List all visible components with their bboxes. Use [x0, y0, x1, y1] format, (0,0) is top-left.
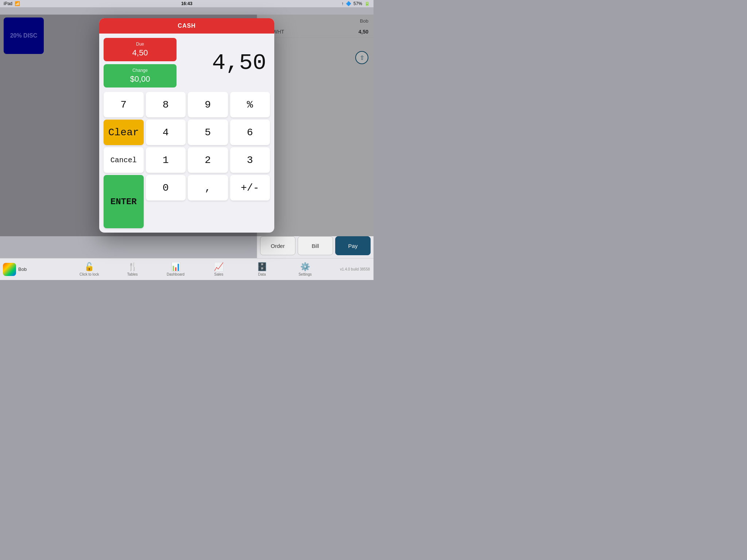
app-icon: [3, 263, 16, 276]
due-value: 4,50: [107, 48, 173, 58]
sales-label: Sales: [214, 272, 223, 276]
due-label: Due: [107, 42, 173, 47]
nav-item-dashboard[interactable]: 📊 Dashboard: [154, 262, 197, 276]
status-bar: iPad 📶 16:43 ↑ 🔷 57% 🔋: [0, 0, 374, 7]
key-cancel[interactable]: Cancel: [104, 147, 144, 173]
key-clear[interactable]: Clear: [104, 120, 144, 145]
key-percent[interactable]: %: [230, 92, 270, 117]
cash-modal: CASH Due 4,50 Change $0,00 4,50: [99, 18, 274, 233]
change-label: Change: [107, 68, 173, 73]
key-9[interactable]: 9: [188, 92, 228, 117]
lock-label: Click to lock: [80, 272, 99, 276]
bill-button[interactable]: Bill: [298, 236, 333, 255]
device-label: iPad: [4, 1, 12, 6]
amount-display: 4,50: [212, 50, 266, 76]
battery-label: 57%: [353, 1, 362, 6]
wifi-icon: 📶: [15, 1, 20, 6]
main-area: 20% DISC $4,50 $0,41 Bob LAT WHT 4,50 ⇧ …: [0, 7, 374, 258]
nav-item-data[interactable]: 🗄️ Data: [240, 262, 283, 276]
nav-app: Bob: [0, 263, 68, 276]
modal-right: 4,50: [180, 38, 270, 88]
bluetooth-icon: 🔷: [346, 1, 351, 6]
key-7[interactable]: 7: [104, 92, 144, 117]
settings-label: Settings: [298, 272, 311, 276]
modal-left: Due 4,50 Change $0,00: [104, 38, 177, 88]
keypad: 7 8 9 % Clear 4 5 6 Cancel 1 2 3 ENTER 0…: [99, 92, 274, 233]
due-box: Due 4,50: [104, 38, 177, 61]
tables-label: Tables: [127, 272, 138, 276]
key-4[interactable]: 4: [146, 120, 186, 145]
key-5[interactable]: 5: [188, 120, 228, 145]
status-right: ↑ 🔷 57% 🔋: [341, 1, 370, 6]
key-enter[interactable]: ENTER: [104, 175, 144, 228]
key-2[interactable]: 2: [188, 147, 228, 173]
key-6[interactable]: 6: [230, 120, 270, 145]
change-box: Change $0,00: [104, 64, 177, 88]
status-left: iPad 📶: [4, 1, 20, 6]
dashboard-label: Dashboard: [167, 272, 185, 276]
modal-body: Due 4,50 Change $0,00 4,50: [99, 34, 274, 92]
battery-icon: 🔋: [364, 1, 370, 6]
order-button[interactable]: Order: [260, 236, 295, 255]
change-value: $0,00: [107, 74, 173, 84]
key-3[interactable]: 3: [230, 147, 270, 173]
nav-item-settings[interactable]: ⚙️ Settings: [283, 262, 326, 276]
nav-item-lock[interactable]: 🔓 Click to lock: [68, 262, 111, 276]
tables-icon: 🍴: [128, 262, 138, 272]
key-plusminus[interactable]: +/-: [230, 175, 270, 201]
version-label: v1.4.0 build 38558: [327, 267, 374, 271]
nav-item-tables[interactable]: 🍴 Tables: [111, 262, 154, 276]
key-8[interactable]: 8: [146, 92, 186, 117]
nav-item-sales[interactable]: 📈 Sales: [197, 262, 240, 276]
sales-icon: 📈: [214, 262, 224, 272]
settings-icon: ⚙️: [300, 262, 310, 272]
bottom-nav: Bob 🔓 Click to lock 🍴 Tables 📊 Dashboard…: [0, 258, 374, 280]
app-name: Bob: [18, 267, 27, 272]
key-comma[interactable]: ,: [188, 175, 228, 201]
key-0[interactable]: 0: [146, 175, 186, 201]
data-icon: 🗄️: [257, 262, 267, 272]
key-1[interactable]: 1: [146, 147, 186, 173]
dashboard-icon: 📊: [171, 262, 181, 272]
status-time: 16:43: [181, 1, 193, 6]
modal-overlay: CASH Due 4,50 Change $0,00 4,50: [0, 15, 374, 236]
arrow-icon: ↑: [341, 1, 344, 6]
right-panel-actions: Order Bill Pay: [257, 233, 374, 258]
pay-button[interactable]: Pay: [335, 236, 371, 255]
data-label: Data: [258, 272, 266, 276]
modal-header: CASH: [99, 18, 274, 34]
lock-icon: 🔓: [84, 262, 94, 272]
